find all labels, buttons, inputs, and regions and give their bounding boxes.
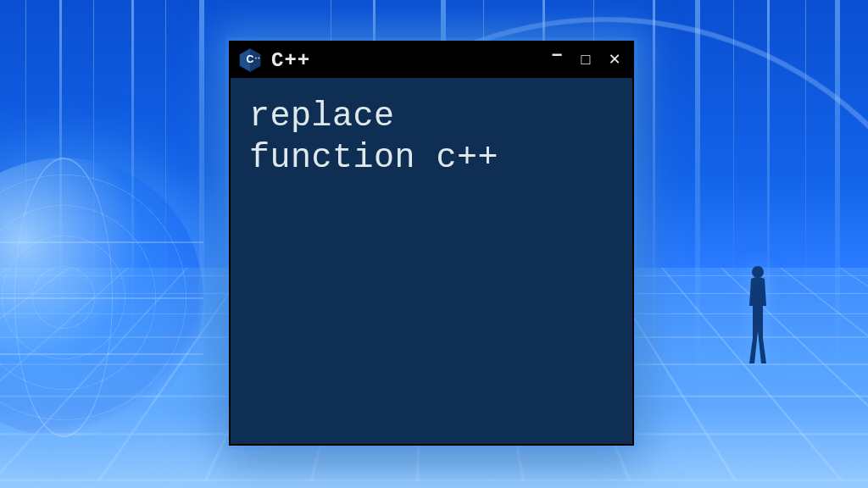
terminal-window: C + + C++ − □ ✕ replace function c++: [229, 41, 634, 446]
svg-point-0: [752, 266, 764, 278]
svg-text:+: +: [254, 56, 257, 60]
minimize-button[interactable]: −: [548, 47, 566, 66]
maximize-button[interactable]: □: [576, 53, 595, 68]
close-button[interactable]: ✕: [605, 51, 624, 69]
terminal-content: replace function c++: [249, 97, 614, 180]
window-title: C++: [271, 49, 539, 72]
scene-background: C + + C++ − □ ✕ replace function c++: [0, 0, 868, 488]
titlebar[interactable]: C + + C++ − □ ✕: [231, 42, 632, 78]
terminal-body: replace function c++: [231, 78, 632, 198]
bg-person-silhouette: [741, 263, 775, 365]
window-controls: − □ ✕: [548, 51, 624, 69]
svg-text:C: C: [247, 53, 254, 65]
svg-text:+: +: [258, 56, 260, 60]
cpp-logo-icon: C + +: [237, 47, 263, 73]
